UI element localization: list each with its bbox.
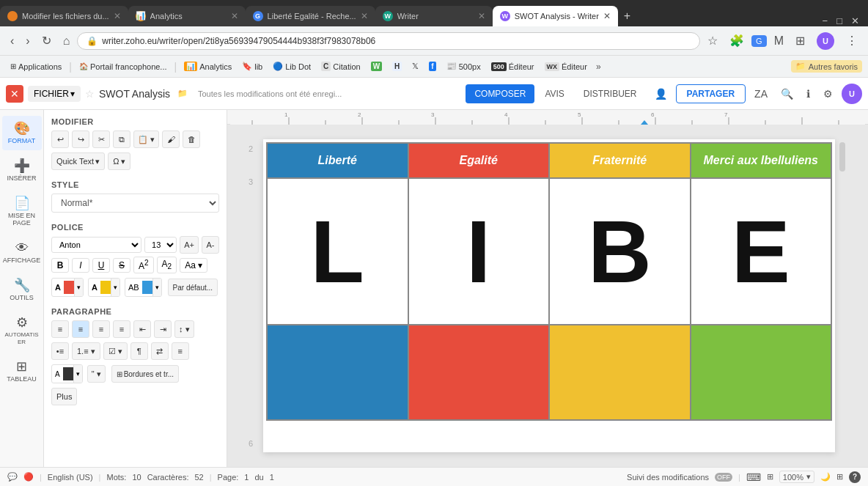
underline-button[interactable]: U: [92, 258, 110, 273]
info-button[interactable]: ℹ: [802, 85, 814, 103]
align-color-button[interactable]: AB ▾: [125, 278, 162, 297]
align-arrow[interactable]: ▾: [152, 279, 161, 296]
cell-l[interactable]: L: [267, 178, 408, 325]
settings-button[interactable]: ⚙: [819, 85, 837, 103]
border-arrow[interactable]: ▾: [73, 365, 82, 383]
bookmark-citation[interactable]: C Citation: [317, 60, 365, 73]
bookmark-applications[interactable]: ⊞ Applications: [6, 61, 66, 73]
maximize-button[interactable]: □: [836, 15, 842, 26]
tab-2[interactable]: 📊 Analytics ✕: [128, 6, 246, 26]
align-justify-button[interactable]: ≡: [113, 320, 130, 338]
document-scroll-area[interactable]: 2 3 6 Liberté Egalité: [227, 125, 868, 467]
cell-bottom-green[interactable]: [691, 325, 832, 420]
align-left-button[interactable]: ≡: [51, 320, 69, 338]
gmail-button[interactable]: M: [770, 32, 788, 51]
tab-2-close[interactable]: ✕: [231, 11, 238, 21]
grid-icon-2[interactable]: ⊞: [836, 472, 843, 482]
bidi-button[interactable]: ⇄: [151, 342, 169, 360]
plus-button[interactable]: Plus: [51, 388, 77, 405]
border-color-button[interactable]: A ▾: [51, 364, 83, 383]
address-input[interactable]: [102, 36, 691, 46]
sidebar-item-automate[interactable]: ⚙ AUTOMATIS ER: [2, 310, 42, 351]
reload-button[interactable]: ↻: [37, 31, 56, 51]
align-right-button[interactable]: ≡: [92, 320, 110, 338]
zoom-arrow[interactable]: ▾: [806, 472, 811, 482]
indent-increase-button[interactable]: ⇥: [154, 320, 172, 338]
moon-icon[interactable]: 🌙: [820, 472, 831, 482]
tab-distribuer[interactable]: DISTRIBUER: [575, 84, 646, 103]
font-size-select[interactable]: 13: [144, 237, 177, 253]
home-button[interactable]: ⌂: [59, 32, 75, 51]
indent-decrease-button[interactable]: ⇤: [133, 320, 151, 338]
cut-button[interactable]: ✂: [92, 130, 110, 148]
partager-button[interactable]: PARTAGER: [676, 84, 746, 103]
sidebar-item-table[interactable]: ⊞ TABLEAU: [2, 354, 42, 389]
search-button[interactable]: 🔍: [776, 85, 798, 103]
quote-button[interactable]: " ▾: [87, 365, 106, 383]
increase-font-button[interactable]: A+: [180, 236, 199, 254]
tab-1[interactable]: Modifier les fichiers du... ✕: [0, 6, 128, 26]
font-select[interactable]: Anton: [51, 237, 141, 253]
document-title[interactable]: SWOT Analysis: [99, 88, 170, 100]
bookmark-portail[interactable]: 🏠 Portail francophone...: [75, 61, 172, 73]
new-tab-button[interactable]: +: [618, 6, 636, 26]
tab-5-close[interactable]: ✕: [603, 11, 611, 21]
language-label[interactable]: English (US): [48, 473, 93, 482]
show-marks-button[interactable]: ¶: [130, 342, 148, 360]
subscript-button[interactable]: A2: [157, 257, 177, 273]
more-bookmarks-button[interactable]: »: [593, 60, 604, 73]
borders-button[interactable]: ⊞ Bordures et tr...: [111, 365, 179, 383]
highlight-arrow[interactable]: ▾: [111, 279, 119, 296]
keyboard-layout-icon[interactable]: ⌨: [746, 471, 761, 483]
tab-5[interactable]: W SWOT Analysis - Writer ✕: [493, 6, 618, 26]
scrollbar-thumb[interactable]: [839, 142, 845, 172]
italic-button[interactable]: I: [72, 258, 89, 273]
cell-b[interactable]: B: [549, 178, 691, 325]
tab-1-close[interactable]: ✕: [114, 11, 121, 21]
profile-button[interactable]: U: [812, 29, 839, 53]
back-button[interactable]: ‹: [6, 32, 18, 51]
cell-bottom-yellow[interactable]: [549, 325, 691, 420]
address-bar[interactable]: 🔒: [77, 32, 700, 50]
extra-button[interactable]: ≡: [172, 342, 189, 360]
spacing-button[interactable]: Par défaut...: [168, 279, 218, 296]
format-painter-button[interactable]: 🖌: [162, 130, 180, 148]
forward-button[interactable]: ›: [21, 32, 34, 51]
cell-bottom-red[interactable]: [408, 325, 550, 420]
case-button[interactable]: Aa ▾: [180, 258, 207, 273]
track-changes-toggle[interactable]: OFF: [715, 473, 732, 482]
bookmark-editeur[interactable]: WX Éditeur: [540, 61, 592, 73]
sidebar-item-insert[interactable]: ➕ INSÉRER: [2, 153, 42, 188]
decrease-font-button[interactable]: A-: [202, 236, 219, 254]
undo-button[interactable]: ↩: [51, 130, 69, 148]
apps-button[interactable]: ⊞: [791, 31, 809, 51]
minimize-button[interactable]: −: [823, 15, 828, 26]
document-page[interactable]: Liberté Egalité Fraternité Merci aux Ibe…: [263, 139, 835, 452]
tab-4-close[interactable]: ✕: [478, 11, 485, 21]
comment-icon[interactable]: 💬: [7, 472, 18, 482]
clear-format-button[interactable]: 🗑: [183, 130, 200, 148]
superscript-button[interactable]: A2: [133, 257, 154, 273]
sidebar-item-format[interactable]: 🎨 FORMAT: [2, 116, 42, 150]
zoom-control[interactable]: 100% ▾: [779, 471, 814, 483]
bookmark-lib[interactable]: 🔖 lib: [238, 60, 267, 73]
other-favorites[interactable]: 📁 Autres favoris: [791, 60, 862, 73]
cell-e[interactable]: E: [691, 178, 832, 325]
redo-button[interactable]: ↪: [72, 130, 89, 148]
star-icon[interactable]: ☆: [85, 88, 95, 100]
font-color-arrow[interactable]: ▾: [74, 279, 83, 296]
bookmark-news[interactable]: 📰 500px: [442, 60, 485, 73]
sidebar-item-pagesetup[interactable]: 📄 MISE EN PAGE: [2, 191, 42, 232]
bookmark-facebook[interactable]: f: [424, 60, 440, 73]
translate-button[interactable]: G: [751, 35, 767, 47]
user-avatar[interactable]: U: [842, 84, 862, 104]
header-merci[interactable]: Merci aux Ibelluliens: [691, 143, 832, 178]
insert-special-button[interactable]: Ω ▾: [108, 152, 130, 170]
header-fraternite[interactable]: Fraternité: [549, 143, 691, 178]
tab-avis[interactable]: AVIS: [536, 84, 573, 103]
line-spacing-button[interactable]: ↕ ▾: [174, 320, 194, 338]
numbered-button[interactable]: 1.≡ ▾: [72, 342, 100, 360]
help-icon[interactable]: ?: [849, 471, 861, 483]
tab-3[interactable]: G Liberté Egalité - Reche... ✕: [246, 6, 375, 26]
sidebar-item-display[interactable]: 👁 AFFICHAGE: [2, 235, 42, 270]
